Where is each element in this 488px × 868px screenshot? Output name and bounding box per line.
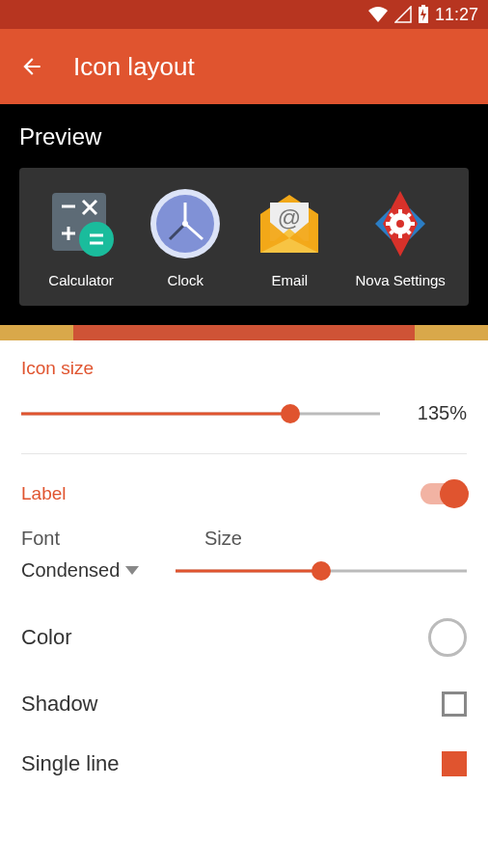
single-line-checkbox[interactable] bbox=[442, 751, 467, 776]
settings-panel: Icon size 135% Label Font Size Condensed… bbox=[0, 340, 488, 811]
svg-rect-1 bbox=[421, 5, 425, 7]
label-header: Label bbox=[21, 483, 67, 504]
svg-rect-24 bbox=[398, 232, 402, 238]
preview-title: Preview bbox=[19, 123, 469, 150]
preview-label: Nova Settings bbox=[355, 272, 445, 288]
app-bar: Icon layout bbox=[0, 29, 488, 104]
preview-item-nova: Nova Settings bbox=[355, 185, 445, 288]
icon-size-header: Icon size bbox=[21, 358, 467, 379]
preview-label: Email bbox=[272, 272, 309, 288]
color-picker[interactable] bbox=[428, 618, 467, 657]
preview-item-clock: Clock bbox=[147, 185, 224, 288]
shadow-checkbox[interactable] bbox=[442, 692, 467, 717]
preview-grid: Calculator Clock @ bbox=[19, 168, 469, 306]
cell-signal-icon bbox=[394, 6, 412, 23]
font-dropdown[interactable]: Condensed bbox=[21, 559, 166, 582]
preview-label: Clock bbox=[167, 272, 203, 288]
icon-size-slider[interactable] bbox=[21, 404, 380, 423]
battery-icon bbox=[418, 5, 429, 24]
font-col-label: Font bbox=[21, 528, 60, 549]
email-icon: @ bbox=[251, 185, 328, 262]
size-col-label: Size bbox=[204, 528, 242, 549]
shadow-label: Shadow bbox=[21, 692, 98, 717]
icon-size-value: 135% bbox=[409, 402, 467, 424]
svg-rect-25 bbox=[386, 222, 392, 226]
preview-item-email: @ Email bbox=[251, 185, 328, 288]
svg-text:@: @ bbox=[278, 204, 301, 231]
nova-settings-icon bbox=[362, 185, 439, 262]
divider bbox=[21, 453, 467, 454]
preview-background-strip bbox=[0, 325, 488, 340]
wifi-icon bbox=[367, 6, 389, 23]
label-toggle[interactable] bbox=[420, 483, 467, 504]
preview-label: Calculator bbox=[48, 272, 114, 288]
page-title: Icon layout bbox=[73, 52, 195, 82]
status-time: 11:27 bbox=[435, 5, 478, 25]
back-icon[interactable] bbox=[19, 54, 44, 79]
preview-section: Preview Calculator bbox=[0, 104, 488, 325]
color-label: Color bbox=[21, 625, 72, 650]
svg-rect-23 bbox=[398, 209, 402, 215]
clock-icon bbox=[147, 185, 224, 262]
dropdown-icon bbox=[125, 566, 139, 576]
svg-point-8 bbox=[79, 222, 114, 257]
single-line-label: Single line bbox=[21, 751, 120, 776]
svg-point-16 bbox=[182, 221, 188, 227]
svg-point-31 bbox=[396, 220, 404, 228]
status-bar: 11:27 bbox=[0, 0, 488, 29]
label-size-slider[interactable] bbox=[176, 561, 467, 581]
preview-item-calculator: Calculator bbox=[42, 185, 120, 288]
font-value: Condensed bbox=[21, 559, 120, 582]
calculator-icon bbox=[42, 185, 120, 262]
svg-rect-26 bbox=[409, 222, 415, 226]
